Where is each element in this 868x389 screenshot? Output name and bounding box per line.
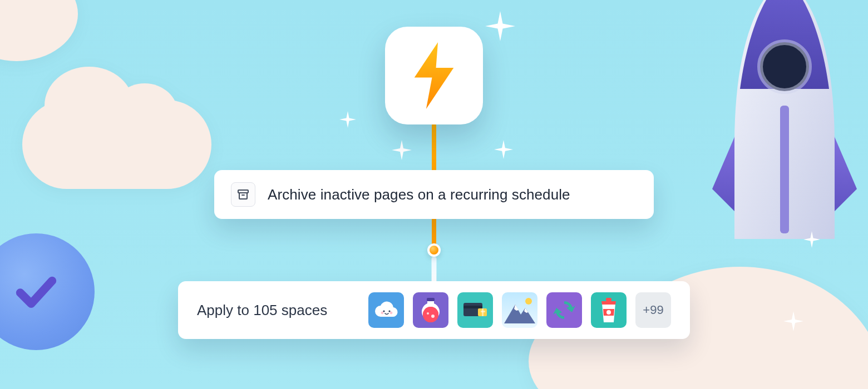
space-overflow-count: +99 [643,303,663,317]
svg-point-18 [525,298,532,305]
svg-point-6 [381,312,384,315]
space-tile[interactable] [546,292,582,328]
space-tile[interactable] [591,292,627,328]
space-tile[interactable] [457,292,493,328]
automation-trigger-card[interactable] [385,27,483,124]
sparkle-icon [783,311,803,331]
svg-rect-14 [463,306,482,308]
space-overflow-tile[interactable]: +99 [635,292,671,328]
rule-title: Archive inactive pages on a recurring sc… [268,186,570,203]
flow-node [427,243,441,257]
svg-rect-17 [481,311,485,312]
svg-point-7 [390,312,393,315]
space-tile[interactable] [502,292,537,328]
svg-rect-8 [427,298,435,301]
wallet-icon [462,301,488,320]
sync-icon [551,297,577,323]
apply-label: Apply to 105 spaces [197,302,327,319]
cloud-decoration [0,0,78,61]
flow-connector [432,123,436,173]
coffee-icon [599,297,618,323]
checkmark-badge [0,233,95,350]
space-tile-row: +99 [368,292,671,328]
svg-rect-20 [606,298,611,301]
space-tile[interactable] [413,292,448,328]
svg-rect-3 [238,190,248,193]
apply-to-spaces-card[interactable]: Apply to 105 spaces [178,281,690,339]
svg-point-19 [606,310,611,315]
space-tile[interactable] [368,292,404,328]
svg-point-12 [431,315,435,318]
flask-icon [420,297,442,323]
svg-rect-2 [780,106,789,233]
sparkle-icon [803,231,820,248]
flow-connector [432,257,436,285]
checkmark-icon [12,268,60,316]
archive-box-icon [231,182,255,207]
mountain-icon [502,292,537,328]
bolt-icon [410,42,458,109]
svg-point-5 [388,310,390,312]
automation-rule-card[interactable]: Archive inactive pages on a recurring sc… [214,170,654,219]
svg-point-11 [427,312,429,315]
svg-point-4 [383,310,384,312]
cloud-icon [373,299,400,321]
